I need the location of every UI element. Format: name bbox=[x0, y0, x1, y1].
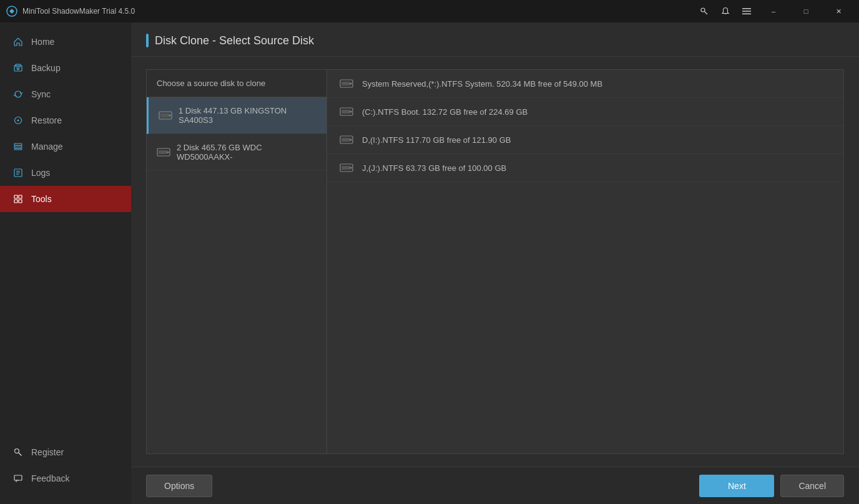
sidebar-bottom: Register Feedback bbox=[0, 439, 131, 504]
sidebar: Home Backup Sync Restore Manage bbox=[0, 22, 131, 504]
app-layout: Home Backup Sync Restore Manage bbox=[0, 22, 859, 504]
partition-3-label: D,(I:).NTFS 117.70 GB free of 121.90 GB bbox=[362, 135, 511, 145]
svg-rect-27 bbox=[160, 114, 169, 117]
sidebar-item-restore[interactable]: Restore bbox=[0, 107, 131, 133]
svg-point-28 bbox=[169, 115, 171, 117]
disk-item-2[interactable]: 2 Disk 465.76 GB WDC WD5000AAKX- bbox=[147, 134, 326, 171]
svg-rect-13 bbox=[14, 146, 22, 148]
register-icon bbox=[12, 447, 24, 458]
maximize-button[interactable]: □ bbox=[792, 0, 820, 22]
sidebar-label-register: Register bbox=[31, 447, 64, 457]
svg-rect-39 bbox=[341, 138, 350, 142]
svg-rect-5 bbox=[742, 11, 751, 12]
key-icon-btn[interactable] bbox=[695, 2, 713, 20]
disk-item-1-label: 1 Disk 447.13 GB KINGSTON SA400S3 bbox=[179, 106, 317, 125]
svg-rect-25 bbox=[14, 475, 22, 480]
feedback-icon bbox=[12, 473, 24, 484]
main-content: Disk Clone - Select Source Disk Choose a… bbox=[131, 22, 859, 504]
minimize-button[interactable]: – bbox=[759, 0, 788, 22]
svg-point-31 bbox=[167, 152, 169, 153]
svg-point-11 bbox=[17, 120, 19, 122]
partition-4-label: J,(J:).NTFS 63.73 GB free of 100.00 GB bbox=[362, 163, 506, 173]
svg-rect-42 bbox=[341, 166, 350, 170]
sidebar-label-backup: Backup bbox=[31, 63, 61, 73]
svg-line-24 bbox=[19, 453, 22, 456]
svg-point-1 bbox=[701, 8, 705, 12]
partition-2-label: (C:).NTFS Boot. 132.72 GB free of 224.69… bbox=[362, 107, 528, 117]
partition-1-label: System Reserved,(*:).NTFS System. 520.34… bbox=[362, 79, 602, 89]
title-bar-actions: – □ ✕ bbox=[695, 0, 853, 22]
sidebar-label-feedback: Feedback bbox=[31, 473, 69, 483]
svg-rect-30 bbox=[159, 150, 167, 154]
content-area: Choose a source disk to clone 1 Disk 447… bbox=[131, 57, 859, 467]
sidebar-item-register[interactable]: Register bbox=[0, 439, 131, 465]
svg-rect-6 bbox=[742, 14, 751, 15]
partition-item-2: (C:).NTFS Boot. 132.72 GB free of 224.69… bbox=[327, 98, 843, 126]
svg-rect-21 bbox=[14, 200, 17, 203]
disk-item-1[interactable]: 1 Disk 447.13 GB KINGSTON SA400S3 bbox=[147, 97, 326, 134]
cancel-button[interactable]: Cancel bbox=[780, 475, 844, 497]
svg-point-43 bbox=[350, 167, 352, 169]
footer: Options Next Cancel bbox=[131, 467, 859, 504]
manage-icon bbox=[12, 141, 24, 152]
partition-item-3: D,(I:).NTFS 117.70 GB free of 121.90 GB bbox=[327, 126, 843, 154]
sidebar-item-home[interactable]: Home bbox=[0, 29, 131, 55]
app-title: MiniTool ShadowMaker Trial 4.5.0 bbox=[22, 7, 695, 16]
disk-item-2-label: 2 Disk 465.76 GB WDC WD5000AAKX- bbox=[177, 143, 317, 162]
sidebar-label-logs: Logs bbox=[31, 168, 50, 178]
logs-icon bbox=[12, 167, 24, 178]
svg-rect-22 bbox=[19, 200, 22, 203]
sidebar-item-logs[interactable]: Logs bbox=[0, 160, 131, 186]
svg-line-2 bbox=[705, 12, 708, 15]
partition-item-4: J,(J:).NTFS 63.73 GB free of 100.00 GB bbox=[327, 154, 843, 182]
sidebar-label-tools: Tools bbox=[31, 194, 52, 204]
svg-rect-14 bbox=[14, 148, 22, 150]
partition-panel: System Reserved,(*:).NTFS System. 520.34… bbox=[327, 69, 844, 454]
backup-icon bbox=[12, 62, 24, 74]
svg-point-34 bbox=[350, 83, 352, 85]
close-button[interactable]: ✕ bbox=[824, 0, 853, 22]
page-header: Disk Clone - Select Source Disk bbox=[131, 22, 859, 57]
sync-icon bbox=[12, 89, 24, 100]
sidebar-item-feedback[interactable]: Feedback bbox=[0, 465, 131, 492]
sidebar-label-manage: Manage bbox=[31, 142, 63, 152]
svg-rect-36 bbox=[341, 110, 350, 114]
sidebar-item-tools[interactable]: Tools bbox=[0, 186, 131, 212]
sidebar-label-home: Home bbox=[31, 37, 54, 47]
disk-list-panel: Choose a source disk to clone 1 Disk 447… bbox=[146, 69, 327, 454]
svg-point-40 bbox=[350, 139, 352, 141]
next-button[interactable]: Next bbox=[699, 475, 774, 497]
sidebar-label-restore: Restore bbox=[31, 115, 62, 125]
sidebar-item-manage[interactable]: Manage bbox=[0, 133, 131, 160]
sidebar-item-backup[interactable]: Backup bbox=[0, 55, 131, 81]
tools-icon bbox=[12, 193, 24, 205]
options-button[interactable]: Options bbox=[146, 475, 212, 497]
svg-point-37 bbox=[350, 111, 352, 113]
sidebar-label-sync: Sync bbox=[31, 89, 51, 99]
app-logo bbox=[6, 6, 17, 17]
partition-item-1: System Reserved,(*:).NTFS System. 520.34… bbox=[327, 70, 843, 98]
sidebar-item-sync[interactable]: Sync bbox=[0, 81, 131, 107]
svg-rect-12 bbox=[14, 143, 22, 145]
title-bar: MiniTool ShadowMaker Trial 4.5.0 – □ ✕ bbox=[0, 0, 859, 22]
svg-rect-33 bbox=[341, 82, 350, 85]
footer-action-buttons: Next Cancel bbox=[699, 475, 844, 497]
disk-list-header: Choose a source disk to clone bbox=[147, 70, 326, 97]
notification-icon-btn[interactable] bbox=[717, 2, 734, 20]
svg-point-23 bbox=[15, 449, 19, 453]
header-accent bbox=[146, 34, 149, 47]
svg-rect-19 bbox=[14, 195, 17, 198]
restore-icon bbox=[12, 115, 24, 126]
svg-rect-20 bbox=[19, 195, 22, 198]
home-icon bbox=[12, 36, 24, 47]
menu-icon-btn[interactable] bbox=[738, 2, 755, 20]
svg-rect-4 bbox=[742, 8, 751, 9]
page-title: Disk Clone - Select Source Disk bbox=[155, 34, 314, 47]
